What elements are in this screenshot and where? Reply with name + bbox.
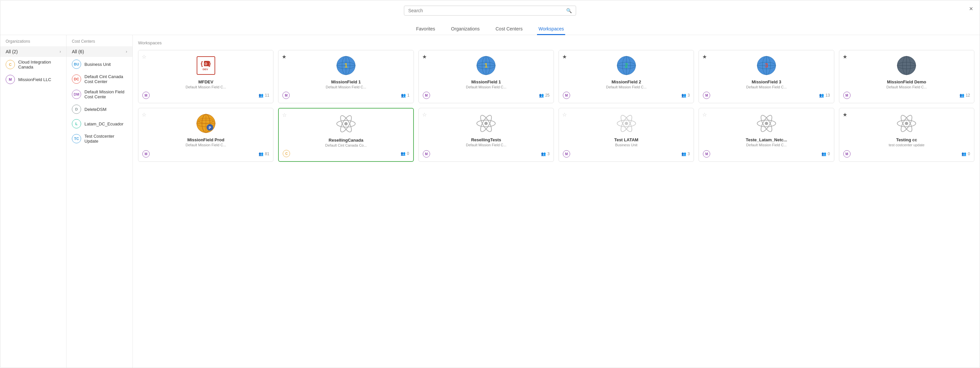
svg-point-53	[625, 122, 628, 125]
users-icon: 👥	[401, 93, 406, 98]
svg-text:1: 1	[484, 62, 488, 69]
org-badge: M	[843, 150, 851, 157]
sidebar-cc-latam-dc[interactable]: L Latam_DC_Ecuador	[67, 116, 132, 131]
users-icon: 👥	[401, 151, 406, 156]
users-number: 81	[265, 152, 269, 156]
org-badge: M	[563, 150, 570, 157]
sidebar-cc-business-unit[interactable]: BU Business Unit	[67, 57, 132, 71]
user-count: 👥 0	[821, 152, 830, 156]
workspace-card-missionfield-prod[interactable]: ☆ P MissionField Prod Default Mission Fi…	[138, 108, 274, 162]
cc-name: Test Costcenter Update	[84, 134, 127, 144]
tab-cost-centers[interactable]: Cost Centers	[494, 24, 524, 35]
users-icon: 👥	[541, 152, 546, 156]
workspace-subtitle: Default Mission Field C...	[326, 85, 366, 89]
users-icon: 👥	[819, 93, 824, 98]
cc-avatar: DM	[72, 90, 81, 99]
org-avatar: C	[6, 60, 15, 69]
user-count: 👥 0	[401, 151, 409, 156]
user-count: 👥 11	[259, 93, 269, 98]
cc-name: Business Unit	[84, 62, 111, 67]
cost-centers-list: BU Business Unit DC Default Cint Canada …	[67, 57, 132, 146]
header: × 🔍 FavoritesOrganizationsCost CentersWo…	[0, 0, 980, 35]
workspace-name: MissionField Prod	[188, 137, 224, 142]
workspace-subtitle: Default Mission Field C...	[186, 85, 226, 89]
card-footer: C 👥 0	[283, 150, 409, 157]
search-input[interactable]	[408, 8, 566, 13]
sidebar-cc-test-costcenter[interactable]: TC Test Costcenter Update	[67, 131, 132, 146]
cost-centers-all-row[interactable]: All (6) ›	[67, 46, 132, 57]
cost-centers-all-label: All (6)	[72, 49, 84, 54]
user-count: 👥 13	[819, 93, 830, 98]
svg-text:DEV: DEV	[203, 68, 208, 71]
workspace-card-teste-latam-netc[interactable]: ☆ Teste_Latam_Netc... Default Mission Fi…	[698, 108, 834, 162]
sidebar-cc-default-cint[interactable]: DC Default Cint Canada Cost Center	[67, 71, 132, 87]
sidebar-org-cloud-integration[interactable]: C Cloud Integration Canada	[0, 57, 66, 72]
favorite-star[interactable]: ☆	[422, 111, 427, 118]
cards-container: ☆ { O } DEV MFDEV Default Mission Field …	[138, 50, 974, 162]
svg-point-45	[344, 122, 348, 125]
tab-workspaces[interactable]: Workspaces	[537, 24, 565, 35]
card-footer: M 👥 1	[282, 92, 409, 99]
workspace-subtitle: test costcenter update	[889, 143, 924, 147]
favorite-star[interactable]: ★	[282, 54, 286, 60]
favorite-star[interactable]: ☆	[702, 111, 707, 118]
users-number: 12	[966, 93, 970, 98]
workspace-card-missionfield-demo[interactable]: ★ MissionField Demo Default Mission Fiel…	[839, 50, 974, 103]
workspace-name: Test LATAM	[614, 137, 638, 142]
favorite-star[interactable]: ★	[702, 54, 707, 60]
favorite-star[interactable]: ☆	[562, 111, 567, 118]
org-badge: C	[283, 150, 290, 157]
card-footer: M 👥 81	[142, 150, 269, 157]
workspace-name: Teste_Latam_Netc...	[746, 137, 788, 142]
workspace-card-missionfield1-a[interactable]: ★ 1 MissionField 1 Default Mission Field…	[278, 50, 414, 103]
workspace-icon: { O } DEV	[195, 55, 216, 76]
workspace-card-missionfield1-b[interactable]: ★ 1 MissionField 1 Default Mission Field…	[418, 50, 554, 103]
users-number: 0	[828, 152, 830, 156]
svg-text:{: {	[200, 60, 203, 67]
users-icon: 👥	[681, 93, 686, 98]
users-number: 3	[688, 93, 690, 98]
tab-organizations[interactable]: Organizations	[450, 24, 481, 35]
user-count: 👥 25	[539, 93, 550, 98]
close-button[interactable]: ×	[969, 5, 973, 13]
card-footer: M 👥 12	[843, 92, 970, 99]
organizations-all-label: All (2)	[6, 49, 18, 54]
workspace-card-testing-cc[interactable]: ★ Testing cc test costcenter update M 👥 …	[839, 108, 974, 162]
sidebar-cc-default-mission[interactable]: DM Default Mission Field Cost Cente	[67, 87, 132, 102]
org-badge: M	[282, 92, 290, 99]
workspace-subtitle: Default Mission Field C...	[186, 143, 226, 147]
sidebar-org-missionfield[interactable]: M MissionField LLC	[0, 72, 66, 87]
favorite-star[interactable]: ★	[843, 111, 847, 118]
users-icon: 👥	[821, 152, 826, 156]
workspace-card-reselling-canada[interactable]: ☆ ResellingCanada Default Cint Canada Co…	[278, 108, 414, 162]
cc-name: Latam_DC_Ecuador	[84, 121, 124, 127]
tab-favorites[interactable]: Favorites	[415, 24, 437, 35]
workspaces-title: Workspaces	[138, 40, 974, 45]
workspace-card-mfdev[interactable]: ☆ { O } DEV MFDEV Default Mission Field …	[138, 50, 274, 103]
workspace-card-test-latam[interactable]: ☆ Test LATAM Business Unit M 👥 3	[558, 108, 694, 162]
favorite-star[interactable]: ☆	[282, 112, 287, 118]
favorite-star[interactable]: ★	[422, 54, 427, 60]
org-badge: M	[423, 150, 430, 157]
cc-name: DeleteDSM	[84, 107, 106, 112]
tabs-container: FavoritesOrganizationsCost CentersWorksp…	[7, 24, 973, 35]
workspace-card-missionfield2[interactable]: ★ 2 MissionField 2 Default Mission Field…	[558, 50, 694, 103]
cost-centers-panel: Cost Centers All (6) › BU Business Unit …	[67, 35, 133, 368]
favorite-star[interactable]: ★	[562, 54, 567, 60]
users-icon: 👥	[959, 93, 964, 98]
svg-text:P: P	[208, 126, 211, 130]
organizations-all-row[interactable]: All (2) ›	[0, 46, 66, 57]
workspace-card-reselling-tests[interactable]: ☆ ResellingTests Default Mission Field C…	[418, 108, 554, 162]
favorite-star[interactable]: ★	[843, 54, 847, 60]
favorite-star[interactable]: ☆	[142, 111, 146, 118]
org-badge: M	[142, 150, 150, 157]
workspace-subtitle: Default Mission Field C...	[746, 85, 787, 89]
favorite-star[interactable]: ☆	[142, 54, 146, 60]
workspace-card-missionfield3[interactable]: ★ 3 MissionField 3 Default Mission Field…	[698, 50, 834, 103]
organizations-chevron: ›	[60, 49, 61, 54]
org-badge: M	[703, 150, 710, 157]
svg-text:2: 2	[625, 62, 628, 69]
users-icon: 👥	[681, 152, 686, 156]
workspace-name: MissionField 3	[752, 79, 781, 84]
sidebar-cc-delete-dsm[interactable]: D DeleteDSM	[67, 102, 132, 116]
